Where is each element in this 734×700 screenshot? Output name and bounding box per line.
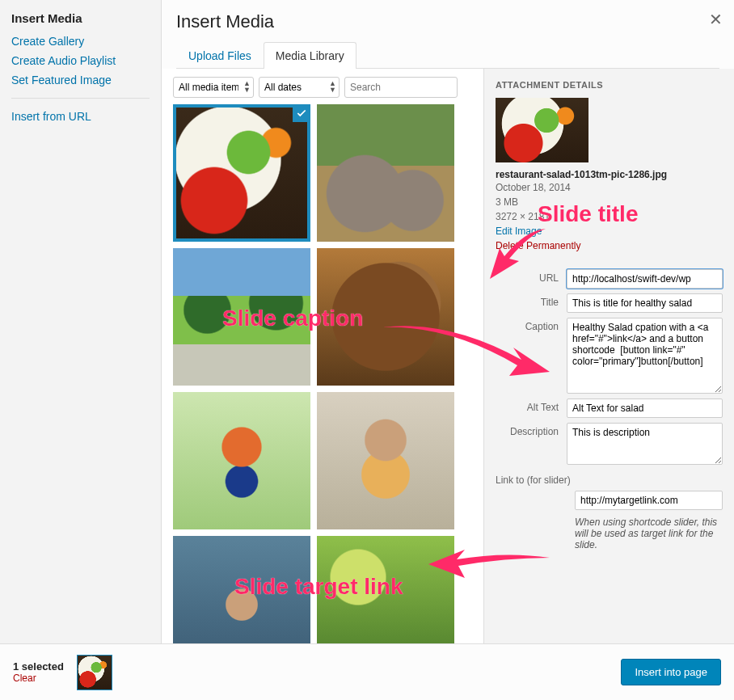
selected-mini-thumb[interactable] bbox=[77, 655, 112, 690]
filter-date[interactable]: All dates bbox=[259, 77, 340, 98]
description-field[interactable]: This is description bbox=[567, 423, 723, 465]
close-icon[interactable]: ✕ bbox=[709, 10, 723, 29]
sidebar-create-gallery[interactable]: Create Gallery bbox=[11, 32, 150, 51]
media-thumb-girl[interactable] bbox=[317, 392, 454, 529]
sidebar-set-featured-image[interactable]: Set Featured Image bbox=[11, 70, 150, 90]
title-label: Title bbox=[496, 293, 567, 308]
check-icon bbox=[293, 104, 310, 122]
arrow-icon bbox=[376, 315, 554, 388]
filter-media-type[interactable]: All media items bbox=[173, 77, 254, 98]
media-thumb-park[interactable] bbox=[173, 248, 310, 386]
media-thumb-boy[interactable] bbox=[173, 392, 310, 529]
detail-date: October 18, 2014 bbox=[496, 180, 723, 195]
media-sidebar: Insert Media Create Gallery Create Audio… bbox=[0, 0, 162, 643]
modal-title: Insert Media bbox=[176, 11, 719, 32]
caption-field[interactable]: Healthy Salad cpation with a <a href="#"… bbox=[567, 318, 723, 394]
description-label: Description bbox=[496, 423, 567, 437]
search-input[interactable] bbox=[344, 77, 458, 98]
linkto-field[interactable] bbox=[575, 491, 723, 510]
linkto-hint: When using shortcode slider, this will b… bbox=[575, 517, 723, 550]
clear-selection[interactable]: Clear bbox=[13, 673, 64, 684]
details-heading: ATTACHMENT DETAILS bbox=[496, 80, 723, 90]
detail-thumbnail bbox=[496, 98, 588, 162]
insert-into-page-button[interactable]: Insert into page bbox=[621, 659, 721, 685]
sidebar-create-audio-playlist[interactable]: Create Audio Playlist bbox=[11, 51, 150, 70]
detail-size: 3 MB bbox=[496, 195, 723, 209]
tab-upload-files[interactable]: Upload Files bbox=[176, 42, 264, 69]
modal-footer: 1 selected Clear Insert into page bbox=[0, 643, 734, 700]
sidebar-separator bbox=[11, 98, 150, 99]
arrow-icon bbox=[424, 542, 554, 590]
selected-count: 1 selected bbox=[13, 660, 64, 673]
media-thumb-girl2[interactable] bbox=[173, 536, 310, 643]
media-tabs: Upload Files Media Library bbox=[176, 42, 719, 69]
detail-filename: restaurant-salad-1013tm-pic-1286.jpg bbox=[496, 169, 723, 180]
url-field[interactable] bbox=[567, 269, 723, 289]
linkto-label: Link to (for slider) bbox=[496, 474, 723, 486]
alt-text-field[interactable] bbox=[567, 398, 723, 418]
media-thumb-elephant[interactable] bbox=[317, 104, 454, 242]
sidebar-heading: Insert Media bbox=[11, 11, 150, 25]
alt-text-label: Alt Text bbox=[496, 398, 567, 413]
sidebar-insert-from-url[interactable]: Insert from URL bbox=[11, 107, 150, 126]
arrow-icon bbox=[485, 222, 558, 287]
media-thumb-salad[interactable] bbox=[173, 104, 310, 242]
tab-media-library[interactable]: Media Library bbox=[264, 42, 356, 69]
insert-media-modal: Insert Media Create Gallery Create Audio… bbox=[0, 0, 734, 700]
title-field[interactable] bbox=[567, 293, 723, 313]
